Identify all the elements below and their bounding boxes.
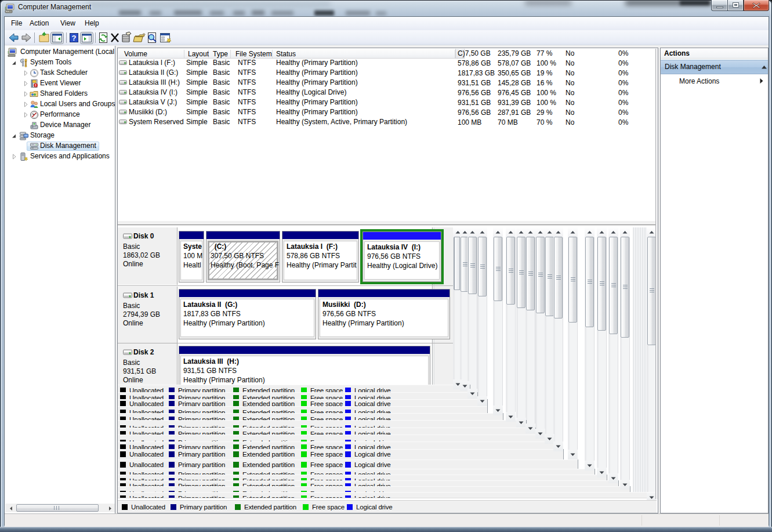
svg-text:?: ? [72, 34, 77, 42]
